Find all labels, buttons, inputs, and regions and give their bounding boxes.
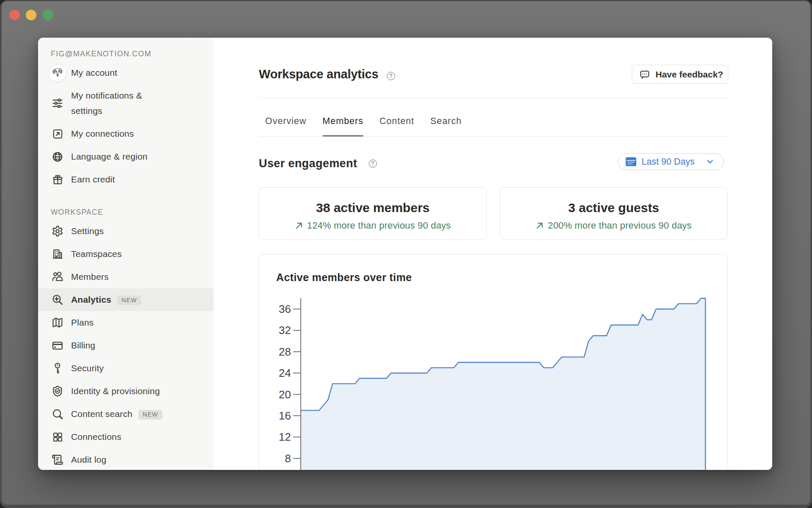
sidebar-item-my-notifications-settings[interactable]: My notifications & settings: [38, 84, 214, 122]
have-feedback-button[interactable]: Have feedback?: [632, 65, 728, 84]
people-icon: [52, 271, 63, 283]
chart-area-fill: [301, 298, 705, 470]
active-guests-delta: 200% more than previous 90 days: [535, 220, 691, 231]
sidebar-item-label: AnalyticsNEW: [71, 292, 141, 307]
sidebar-item-label: Identity & provisioning: [71, 384, 160, 399]
app-window: FIG@MAKENOTION.COM My account: [2, 1, 810, 505]
active-members-card: 38 active members 124% more than previou…: [259, 187, 487, 240]
sidebar-item-label: Audit log: [71, 452, 107, 467]
tab-search[interactable]: Search: [431, 114, 462, 137]
account-email-label: FIG@MAKENOTION.COM: [51, 50, 151, 58]
page-title: Workspace analytics: [259, 66, 379, 83]
sidebar-item-label: My connections: [71, 126, 134, 141]
sidebar-item-label: Members: [71, 269, 109, 284]
sidebar-item-members[interactable]: Members: [38, 265, 214, 288]
sidebar-item-label: Plans: [71, 315, 94, 330]
chart-y-tick-label: 36: [279, 303, 291, 315]
zoom-window-button[interactable]: [43, 10, 53, 20]
shield-check-icon: [52, 385, 63, 397]
sidebar-item-content-search[interactable]: Content searchNEW: [38, 403, 214, 425]
stat-delta-label: 124% more than previous 90 days: [307, 220, 451, 231]
tab-content[interactable]: Content: [379, 114, 414, 137]
header-divider: [259, 98, 727, 98]
feedback-button-label: Have feedback?: [656, 69, 723, 80]
active-members-area-chart: 363228242016128: [259, 254, 728, 470]
credit-card-icon: [52, 340, 63, 351]
sidebar-item-label: My account: [71, 65, 117, 80]
sidebar-item-teamspaces[interactable]: Teamspaces: [38, 243, 214, 265]
chart-y-tick-label: 12: [279, 431, 291, 443]
engagement-help-icon[interactable]: [368, 159, 377, 168]
chart-y-tick-label: 8: [285, 452, 291, 465]
sidebar-item-earn-credit[interactable]: Earn credit: [38, 168, 214, 191]
sidebar-item-label: Settings: [71, 224, 104, 239]
active-members-chart-card: Active members over time 363228242016128: [259, 254, 727, 470]
settings-dialog: FIG@MAKENOTION.COM My account: [38, 38, 772, 470]
sidebar-menu: My account My notifications & settings M…: [38, 61, 214, 470]
new-badge: NEW: [138, 410, 162, 420]
sidebar-item-label: Language & region: [71, 149, 148, 164]
tabs-divider: [259, 136, 727, 137]
desktop-backdrop: FIG@MAKENOTION.COM My account: [0, 0, 812, 508]
sidebar-item-language-region[interactable]: Language & region: [38, 145, 214, 168]
chart-y-tick-label: 28: [279, 345, 291, 358]
sidebar-item-label: Billing: [71, 338, 95, 353]
active-members-delta: 124% more than previous 90 days: [295, 220, 451, 231]
sidebar-item-label: Connections: [71, 429, 121, 444]
settings-sidebar: FIG@MAKENOTION.COM My account: [38, 38, 214, 470]
date-range-value: Last 90 Days: [642, 157, 694, 167]
sidebar-item-label: Earn credit: [71, 172, 115, 187]
minimize-window-button[interactable]: [26, 10, 36, 20]
globe-icon: [52, 151, 63, 163]
sidebar-item-billing[interactable]: Billing: [38, 334, 214, 357]
sidebar-item-plans[interactable]: Plans: [38, 311, 214, 334]
sidebar-item-label: Security: [71, 361, 104, 376]
chart-y-tick-label: 32: [279, 324, 291, 337]
analytics-tabs: OverviewMembersContentSearch: [265, 114, 462, 137]
chart-y-tick-label: 20: [279, 388, 291, 401]
arrow-up-right-square-icon: [52, 128, 63, 140]
active-guests-card: 3 active guests 200% more than previous …: [500, 187, 727, 240]
sidebar-item-label: My notifications & settings: [71, 88, 167, 119]
sidebar-item-label: Content searchNEW: [71, 406, 162, 422]
sliders-icon: [52, 97, 63, 109]
sidebar-item-my-account[interactable]: My account: [38, 61, 214, 84]
map-icon: [52, 317, 63, 329]
chevron-down-icon: [705, 157, 715, 166]
user-avatar: [49, 64, 66, 81]
calendar-icon: [625, 157, 636, 166]
workspace-section-label: WORKSPACE: [51, 208, 214, 216]
sidebar-item-connections[interactable]: Connections: [38, 425, 214, 448]
magnifier-sparkle-icon: [52, 294, 63, 306]
close-window-button[interactable]: [9, 10, 20, 20]
sidebar-item-audit-log[interactable]: Audit log: [38, 448, 214, 470]
chart-y-tick-label: 24: [279, 367, 291, 379]
sidebar-item-label: Teamspaces: [71, 246, 122, 262]
feedback-bubble-icon: [632, 69, 650, 80]
page-title-row: Workspace analytics: [259, 66, 395, 83]
help-icon[interactable]: [387, 70, 395, 79]
gift-icon: [52, 174, 63, 185]
scroll-icon: [52, 454, 63, 466]
new-badge: NEW: [117, 295, 141, 305]
key-icon: [52, 362, 63, 374]
tab-overview[interactable]: Overview: [265, 114, 307, 137]
grid-icon: [52, 431, 63, 443]
chart-y-tick-label: 16: [279, 409, 291, 422]
sidebar-item-identity-provisioning[interactable]: Identity & provisioning: [38, 380, 214, 403]
active-guests-value: 3 active guests: [568, 201, 659, 215]
sidebar-item-analytics[interactable]: AnalyticsNEW: [38, 288, 214, 311]
sidebar-item-settings[interactable]: Settings: [38, 220, 214, 243]
engagement-section-row: User engagement: [259, 156, 377, 171]
section-title: User engagement: [259, 157, 357, 170]
sidebar-item-my-connections[interactable]: My connections: [38, 122, 214, 145]
sidebar-item-security[interactable]: Security: [38, 357, 214, 380]
date-range-select[interactable]: Last 90 Days: [618, 153, 724, 170]
magnifier-icon: [52, 408, 63, 420]
gear-icon: [52, 225, 63, 237]
tab-members[interactable]: Members: [323, 114, 364, 137]
active-members-value: 38 active members: [316, 201, 430, 215]
trend-up-icon: [295, 221, 303, 230]
building-icon: [52, 248, 63, 260]
settings-content: Workspace analytics Have feedback? Overv…: [214, 38, 772, 470]
